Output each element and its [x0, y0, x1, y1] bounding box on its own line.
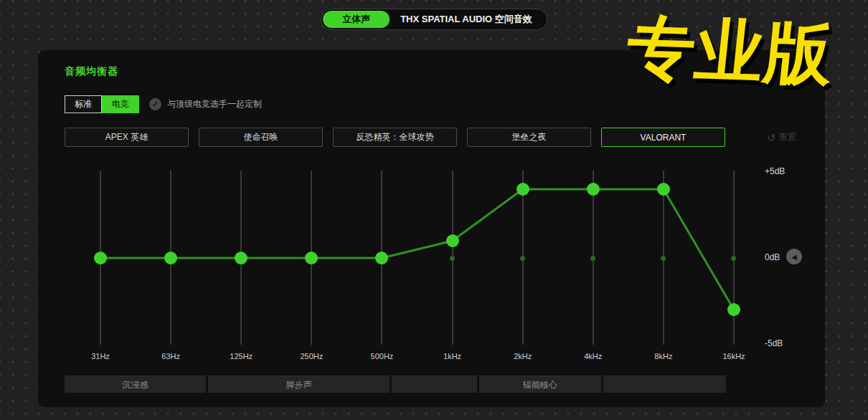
eq-handle-125hz[interactable]: [235, 252, 247, 264]
band-group-empty: [392, 376, 477, 393]
eq-handle-31hz[interactable]: [94, 252, 107, 264]
left-triangle-icon: ◀: [791, 253, 797, 261]
band-group-empty: [603, 376, 726, 393]
zero-db-marker: [450, 256, 455, 261]
eq-handle-2khz[interactable]: [516, 183, 529, 196]
equalizer-chart: 31Hz63Hz125Hz250Hz500Hz1kHz2kHz4kHz8kHz1…: [38, 50, 825, 407]
eq-handle-8khz[interactable]: [657, 183, 670, 196]
zero-db-marker: [590, 256, 595, 261]
freq-label-125hz: 125Hz: [216, 352, 266, 361]
freq-label-63hz: 63Hz: [146, 352, 196, 361]
eq-handle-500hz[interactable]: [375, 252, 388, 264]
eq-handle-4khz[interactable]: [587, 183, 600, 196]
db-axis-label: +5dB: [765, 166, 785, 176]
stereo-mode-button[interactable]: 立体声: [323, 11, 390, 28]
audio-mode-toggle: 立体声 THX SPATIAL AUDIO 空间音效: [321, 9, 547, 30]
eq-handle-16khz[interactable]: [727, 303, 740, 316]
thx-spatial-mode-button[interactable]: THX SPATIAL AUDIO 空间音效: [390, 11, 545, 28]
zero-db-marker: [520, 256, 525, 261]
freq-label-1khz: 1kHz: [428, 352, 478, 361]
band-group-label: 脚步声: [208, 376, 390, 393]
eq-handle-250hz[interactable]: [305, 252, 318, 264]
band-group-bar: 沉浸感脚步声辐能核心: [65, 376, 726, 393]
equalizer-panel: 音频均衡器 标准 电竞 ✓ 与顶级电竞选手一起定制 APEX 英雄使命召唤反恐精…: [38, 50, 825, 407]
band-group-label: 沉浸感: [65, 376, 206, 393]
freq-label-16khz: 16kHz: [709, 352, 759, 361]
eq-handle-1khz[interactable]: [446, 234, 459, 247]
freq-label-8khz: 8kHz: [638, 352, 689, 361]
band-group-label: 辐能核心: [479, 376, 601, 393]
freq-label-2khz: 2kHz: [498, 352, 548, 361]
db-axis-label: 0dB: [765, 252, 780, 262]
freq-label-4khz: 4kHz: [568, 352, 618, 361]
freq-label-500hz: 500Hz: [357, 352, 407, 361]
zero-db-nudge-button[interactable]: ◀: [786, 249, 802, 264]
eq-handle-63hz[interactable]: [164, 252, 177, 264]
zero-db-marker: [661, 256, 666, 261]
freq-label-250hz: 250Hz: [286, 352, 336, 361]
zero-db-marker: [731, 256, 736, 261]
db-axis-label: -5dB: [765, 338, 783, 348]
freq-label-31hz: 31Hz: [75, 352, 126, 361]
